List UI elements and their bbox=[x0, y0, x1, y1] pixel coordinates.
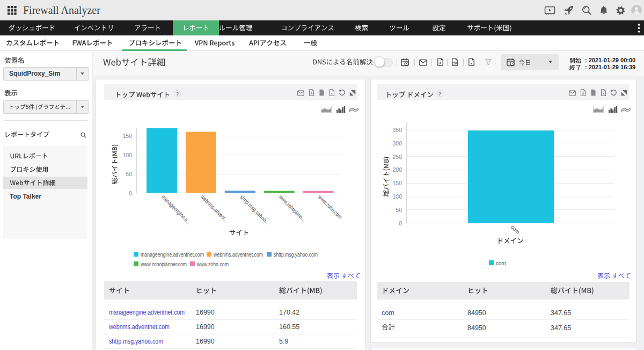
svg-text:webnms.adventnet.com: webnms.adventnet.com bbox=[213, 251, 263, 258]
svg-text:0: 0 bbox=[129, 190, 132, 196]
svg-text:150: 150 bbox=[392, 180, 402, 186]
svg-text:www.zoho.com: www.zoho.com bbox=[196, 261, 229, 267]
svg-text:manageengine.adventnet.com: manageengine.adventnet.com bbox=[109, 309, 185, 316]
svg-text:16990: 16990 bbox=[196, 323, 215, 331]
svg-text:com: com bbox=[382, 309, 394, 317]
svg-text:50: 50 bbox=[126, 171, 132, 177]
svg-text:shttp.msg.yahoo.com: shttp.msg.yahoo.com bbox=[109, 338, 163, 345]
svg-text:16990: 16990 bbox=[196, 338, 215, 345]
svg-text:x: x bbox=[603, 92, 604, 95]
svg-text:x: x bbox=[331, 92, 333, 95]
svg-text:A: A bbox=[582, 92, 584, 95]
svg-text:160.55: 160.55 bbox=[279, 323, 299, 331]
svg-text:manageengine.adventnet.com: manageengine.adventnet.com bbox=[141, 251, 204, 258]
svg-text:100: 100 bbox=[392, 193, 402, 200]
svg-text:webnms.adventnet.com: webnms.adventnet.com bbox=[108, 323, 170, 331]
svg-text:www.zohoplanner.com: www.zohoplanner.com bbox=[140, 261, 187, 267]
svg-text:84950: 84950 bbox=[467, 324, 486, 332]
svg-text:shttp.msg.yahoo.com: shttp.msg.yahoo.com bbox=[274, 251, 318, 258]
svg-text:16990: 16990 bbox=[196, 309, 215, 316]
svg-text:x: x bbox=[471, 62, 472, 65]
svg-text:CSV: CSV bbox=[452, 62, 458, 65]
svg-text:0: 0 bbox=[399, 220, 402, 227]
svg-text:A: A bbox=[311, 92, 313, 95]
svg-text:A: A bbox=[440, 62, 442, 65]
svg-text:50: 50 bbox=[396, 207, 402, 213]
svg-text:com: com bbox=[496, 260, 506, 266]
svg-text:5.9: 5.9 bbox=[279, 338, 288, 345]
svg-text:100: 100 bbox=[122, 152, 132, 158]
svg-text:250: 250 bbox=[392, 154, 402, 160]
svg-text:200: 200 bbox=[392, 166, 402, 173]
svg-text:170.42: 170.42 bbox=[279, 309, 299, 316]
svg-text:150: 150 bbox=[122, 133, 132, 139]
svg-text:350: 350 bbox=[392, 127, 402, 133]
svg-text:347.65: 347.65 bbox=[551, 324, 571, 332]
svg-text:300: 300 bbox=[392, 140, 402, 147]
svg-text:347.65: 347.65 bbox=[551, 309, 571, 317]
svg-text:84950: 84950 bbox=[467, 309, 486, 317]
